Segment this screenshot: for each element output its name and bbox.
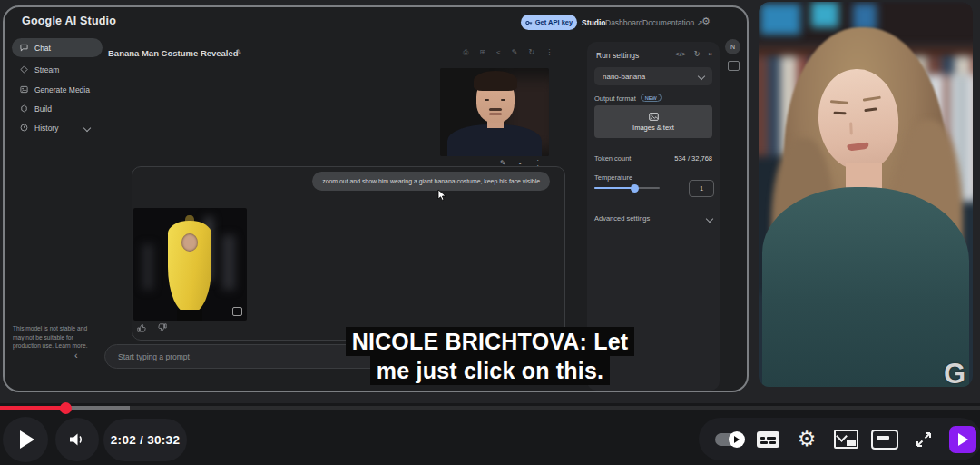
model-selector[interactable]: nano-banana	[594, 67, 712, 85]
token-count-value: 534 / 32,768	[674, 154, 712, 163]
closed-captions: NICOLE BRICHTOVA: Let me just click on t…	[0, 327, 980, 385]
refresh-icon[interactable]: ↻	[528, 48, 534, 57]
images-icon	[649, 113, 659, 121]
time-display: 2:02 / 30:32	[103, 419, 187, 461]
player-settings-button[interactable]: ⚙	[788, 429, 827, 450]
build-icon	[20, 104, 28, 113]
slider-thumb[interactable]	[631, 184, 639, 193]
image-expand-icon[interactable]	[232, 307, 242, 316]
watch-on-youtube-button[interactable]	[943, 426, 980, 453]
miniplayer-button[interactable]	[827, 430, 866, 449]
generated-banana-image[interactable]	[133, 208, 247, 321]
edit-title-icon[interactable]: ✎	[236, 48, 242, 56]
code-icon[interactable]: </>	[675, 50, 686, 58]
chat-toolbar: ⎙ ⊞ < ✎ ↻ ⋮	[463, 48, 581, 57]
sidebar-item-history[interactable]: History	[12, 118, 103, 137]
user-avatar[interactable]: N	[725, 39, 740, 54]
subtitles-icon	[757, 431, 779, 448]
output-mode-button[interactable]: Images & text	[594, 105, 712, 138]
key-icon	[525, 19, 533, 26]
temperature-slider[interactable]	[594, 187, 660, 189]
sidebar-item-label: Chat	[34, 44, 51, 53]
volume-icon	[68, 431, 86, 448]
blue-books	[811, 2, 838, 27]
more-vertical-icon[interactable]: ⋮	[545, 48, 553, 57]
video-frame: Google AI Studio Get API key Studio Dash…	[0, 0, 980, 465]
google-watermark: G	[944, 358, 965, 391]
sidebar-item-label: Stream	[34, 65, 59, 74]
sidebar-item-generate-media[interactable]: Generate Media	[12, 80, 103, 99]
google-ai-studio-logo: Google AI Studio	[22, 15, 116, 27]
reset-icon[interactable]: ↻	[694, 50, 701, 58]
autoplay-play-icon	[734, 436, 740, 443]
save-icon[interactable]: ⎙	[463, 48, 468, 57]
chevron-down-icon	[706, 214, 713, 222]
player-right-controls: ⚙	[699, 418, 980, 460]
close-icon[interactable]: ×	[708, 50, 712, 58]
headshot-mustache	[489, 108, 502, 111]
chat-title: Banana Man Costume Revealed	[108, 48, 239, 58]
eyebrow	[830, 100, 848, 104]
theater-mode-button[interactable]	[865, 430, 904, 450]
sidebar-item-stream[interactable]: Stream	[12, 60, 103, 79]
progress-thumb[interactable]	[60, 402, 72, 414]
temperature-label: Temperature	[594, 173, 632, 182]
temperature-value-field[interactable]: 1	[689, 180, 714, 197]
headshot-hair	[474, 71, 517, 91]
settings-gear-icon[interactable]: ⚙	[701, 15, 710, 27]
uploaded-headshot-image[interactable]	[440, 68, 549, 156]
compare-icon[interactable]: ⊞	[479, 48, 485, 57]
sidebar-item-build[interactable]: Build	[12, 99, 103, 118]
eyebrow	[863, 96, 881, 102]
slider-fill	[594, 187, 634, 189]
chevron-down-icon	[698, 73, 705, 80]
autoplay-toggle[interactable]	[710, 433, 749, 446]
token-count-row: Token count 534 / 32,768	[594, 154, 712, 163]
fullscreen-button[interactable]	[904, 430, 943, 449]
get-api-key-button[interactable]: Get API key	[521, 15, 577, 30]
nav-studio[interactable]: Studio	[582, 18, 605, 27]
logo-text: Google AI Studio	[22, 15, 116, 27]
fullscreen-icon	[915, 430, 933, 449]
output-mode-label: Images & text	[632, 124, 674, 132]
banana-legs	[177, 310, 202, 321]
subtitles-button[interactable]	[749, 431, 788, 448]
progress-bar[interactable]	[0, 406, 980, 410]
get-api-key-label: Get API key	[535, 18, 573, 26]
caption-line-2: me just click on this.	[370, 356, 610, 385]
nose	[849, 122, 853, 134]
generate-media-icon	[20, 85, 28, 94]
sidebar-item-label: Build	[34, 104, 52, 114]
advanced-settings-row[interactable]: Advanced settings	[594, 214, 712, 223]
play-icon	[20, 430, 34, 449]
model-name: nano-banana	[603, 73, 645, 81]
banana-bg-streak	[142, 244, 153, 290]
nav-documentation[interactable]: Documentation ↗	[642, 18, 703, 27]
sidebar-item-label: Generate Media	[34, 85, 90, 94]
chat-icon	[20, 44, 28, 52]
panel-toggle-icon[interactable]	[728, 61, 740, 71]
mouth	[847, 143, 869, 152]
caption-line-1: NICOLE BRICHTOVA: Let	[346, 327, 635, 356]
headshot-eye	[501, 99, 505, 101]
history-icon	[20, 124, 28, 132]
nav-dashboard[interactable]: Dashboard	[605, 18, 643, 27]
headshot-face	[476, 75, 514, 123]
new-badge: NEW	[641, 94, 662, 102]
stream-icon	[20, 65, 28, 74]
volume-button[interactable]	[55, 418, 99, 461]
share-icon[interactable]: <	[496, 48, 501, 57]
play-button[interactable]	[3, 417, 48, 462]
documentation-label: Documentation	[642, 18, 694, 27]
blue-books	[760, 4, 800, 35]
purple-play-icon	[949, 426, 976, 453]
miniplayer-icon	[834, 430, 858, 449]
user-prompt-bubble[interactable]: zoom out and show him wearing a giant ba…	[312, 172, 550, 191]
eye	[834, 112, 847, 114]
output-format-label: Output formatNEW	[594, 94, 662, 103]
headshot-shirt	[447, 124, 542, 156]
header-divider	[106, 64, 585, 64]
edit-icon[interactable]: ✎	[512, 48, 518, 57]
token-count-label: Token count	[594, 154, 631, 163]
sidebar-item-chat[interactable]: Chat	[12, 38, 103, 57]
